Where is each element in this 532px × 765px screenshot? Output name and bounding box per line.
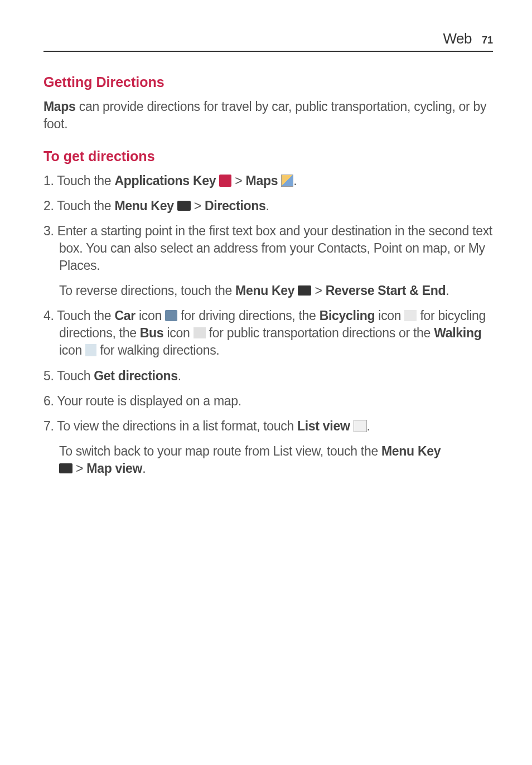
step2-menu-key: Menu Key [114,198,177,213]
step-2: 2. Touch the Menu Key > Directions. [43,197,493,215]
page-number: 71 [482,35,493,46]
step4-bicycling: Bicycling [320,308,375,323]
step-3-sub: To reverse directions, touch the Menu Ke… [43,282,493,299]
applications-key-icon [219,175,231,187]
step4-walking: Walking [434,326,481,340]
step3-menu-key: Menu Key [235,283,298,298]
menu-key-icon [298,285,311,296]
header-section-title: Web [443,30,472,47]
intro-maps-bold: Maps [43,99,76,114]
step1-end: . [293,173,297,188]
step4-t5: icon [163,326,193,340]
page-header: Web 71 [43,30,493,52]
menu-key-icon [59,463,72,473]
step-7-sub: To switch back to your map route from Li… [43,443,493,477]
step4-t6: for public transportation directions or … [206,326,434,340]
step4-bus: Bus [140,326,164,340]
step-3: 3. Enter a starting point in the first t… [43,222,493,274]
step7-sub-prefix: To switch back to your map route from Li… [59,444,381,458]
step5-prefix: 5. Touch [43,369,94,383]
maps-icon [281,175,293,187]
step4-t3: icon [375,308,404,323]
step7-prefix: 7. To view the directions in a list form… [43,419,297,433]
step7-list-view: List view [297,419,354,433]
step-4: 4. Touch the Car icon for driving direct… [43,307,493,359]
car-icon [165,310,177,321]
step3-sub-prefix: To reverse directions, touch the [59,283,235,298]
step4-car: Car [114,308,135,323]
step-5: 5. Touch Get directions. [43,367,493,385]
step4-t8: for walking directions. [96,343,219,357]
step2-prefix: 2. Touch the [43,198,114,213]
step-6: 6. Your route is displayed on a map. [43,393,493,410]
step7-menu-key: Menu Key [381,444,441,458]
intro-rest: can provide directions for travel by car… [43,99,486,131]
heading-to-get-directions: To get directions [43,148,493,164]
step7-sub-mid: > [72,461,86,476]
step4-t2: for driving directions, the [177,308,320,323]
step5-get-directions: Get directions [94,369,177,383]
intro-paragraph: Maps can provide directions for travel b… [43,98,493,133]
step5-end: . [178,369,181,383]
step7-end: . [367,419,370,433]
step2-mid: > [191,198,205,213]
walking-icon [85,344,96,356]
bus-icon [194,327,206,338]
step4-t1: icon [136,308,165,323]
bicycling-icon [404,310,417,321]
step7-map-view: Map view [86,461,142,476]
step1-maps: Maps [246,173,282,188]
step3-sub-end: . [446,283,449,298]
step7-sub-end: . [142,461,146,476]
step4-t7: icon [59,343,85,357]
step1-apps-key: Applications Key [114,173,219,188]
step3-sub-mid: > [311,283,325,298]
step-1: 1. Touch the Applications Key > Maps . [43,172,493,190]
menu-key-icon [177,201,191,211]
heading-getting-directions: Getting Directions [43,74,493,90]
step1-prefix: 1. Touch the [43,173,114,188]
step2-end: . [266,198,269,213]
list-view-icon [354,420,367,432]
step1-mid: > [231,173,245,188]
step3-reverse: Reverse Start & End [326,283,446,298]
step4-prefix: 4. Touch the [43,308,114,323]
step-7: 7. To view the directions in a list form… [43,418,493,435]
step2-directions: Directions [205,198,265,213]
